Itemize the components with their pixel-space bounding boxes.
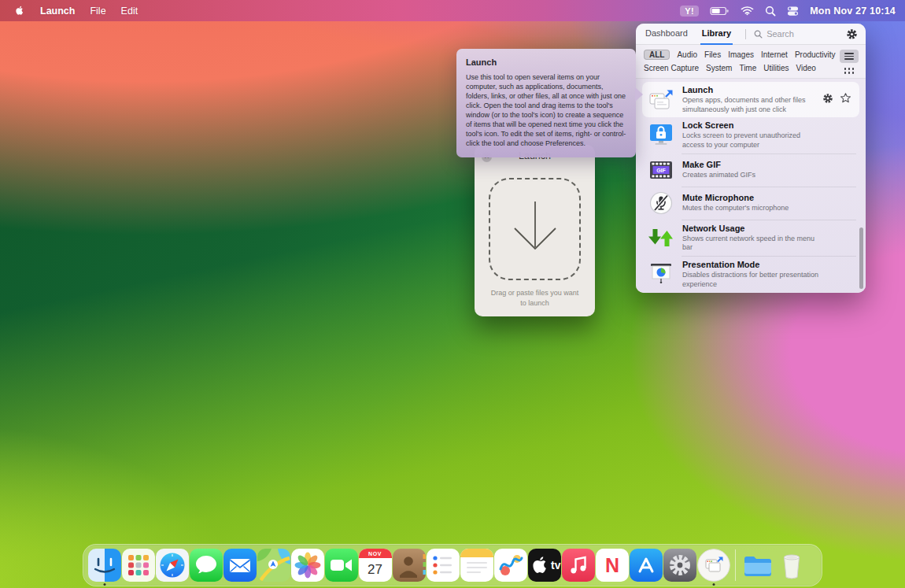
grid-view-button[interactable] [840,66,859,76]
gear-icon [846,28,858,40]
system-settings-icon [663,549,696,582]
panel-scrollbar[interactable] [859,227,863,289]
tooltip-body: Use this tool to open several items on y… [466,72,626,148]
file-dropzone[interactable] [489,178,581,280]
dock-item-messages[interactable] [189,544,223,586]
app-store-icon [630,549,663,582]
dock: NOV 27 tv N [83,544,822,586]
down-arrow-icon [507,197,563,261]
tool-name: Presentation Mode [682,260,855,269]
tool-description: Mutes the computer's microphone [682,204,822,213]
tool-name: Network Usage [682,224,855,233]
apple-tv-icon: tv [528,549,561,582]
dock-item-app-store[interactable] [629,544,663,586]
tab-library[interactable]: Library [700,24,733,45]
dock-item-downloads-folder[interactable] [741,544,774,586]
dock-item-mail[interactable] [223,544,257,586]
tool-favorite-button[interactable] [840,92,851,107]
tool-description: Creates animated GIFs [682,171,822,180]
apple-menu-icon[interactable] [13,4,25,17]
control-center-icon[interactable] [787,6,799,17]
tool-row-lock-screen[interactable]: Lock Screen Locks screen to prevent unau… [642,117,859,153]
news-icon: N [596,549,629,582]
search-input[interactable]: Search [754,29,846,39]
app-menu-edit[interactable]: Edit [121,6,139,17]
toolbox-panel: Dashboard Library Search ALL Audio Files… [636,24,866,293]
presentation-mode-icon [647,262,675,287]
tool-settings-button[interactable] [822,93,833,107]
menu-bar-clock[interactable]: Mon Nov 27 10:14 [810,6,896,17]
dock-item-facetime[interactable] [324,544,358,586]
app-menu-file[interactable]: File [90,6,105,17]
dock-item-parallels-launch[interactable] [696,544,730,586]
tool-row-launch[interactable]: Launch Opens apps, documents and other f… [642,82,859,117]
filter-audio[interactable]: Audio [677,50,697,59]
filter-files[interactable]: Files [704,50,721,59]
dock-item-safari[interactable] [155,544,189,586]
dock-item-system-settings[interactable] [663,544,696,586]
filter-system[interactable]: System [706,64,732,72]
calendar-month: NOV [359,549,392,558]
dock-item-photos[interactable] [290,544,324,586]
make-gif-icon: GIF [647,157,675,183]
tool-name: Launch [682,85,815,94]
settings-gear-button[interactable] [846,28,858,40]
dock-divider [735,549,736,581]
panel-footer: Parallels [636,293,866,294]
app-menu-launch[interactable]: Launch [40,6,75,17]
dock-item-finder[interactable] [87,544,121,586]
svg-text:GIF: GIF [656,168,666,173]
filter-screen-capture[interactable]: Screen Capture [644,64,699,72]
tool-description: Opens apps, documents and other files si… [682,96,815,114]
dock-item-launchpad[interactable] [121,544,155,586]
dock-item-music[interactable] [561,544,595,586]
input-source-badge[interactable]: Y! [680,6,699,17]
running-indicator [712,583,715,586]
tool-name: Mute Microphone [682,193,855,202]
dock-item-contacts[interactable] [392,544,426,586]
gear-icon [822,93,833,104]
tool-row-network-usage[interactable]: Network Usage Shows current network spee… [642,220,859,256]
panel-header: Dashboard Library Search [636,24,866,45]
network-usage-icon [647,225,675,250]
tool-list: Launch Opens apps, documents and other f… [636,79,866,293]
dock-item-notes[interactable] [460,544,493,586]
wifi-icon[interactable] [741,6,754,16]
apple-tv-label: tv [551,559,560,571]
filter-time[interactable]: Time [739,64,756,72]
filter-productivity[interactable]: Productivity [795,50,836,59]
freeform-icon [494,549,527,582]
safari-icon [156,549,189,582]
dropzone-hint: Drag or paste files you want to launch [475,288,595,309]
tab-dashboard[interactable]: Dashboard [644,24,689,45]
filter-video[interactable]: Video [796,64,815,72]
filter-images[interactable]: Images [728,50,754,59]
header-divider [745,29,746,39]
dock-item-apple-tv[interactable]: tv [527,544,561,586]
tool-row-presentation-mode[interactable]: Presentation Mode Disables distractions … [642,257,859,292]
mute-microphone-icon [647,190,675,216]
lock-screen-icon [647,123,675,148]
dock-item-news[interactable]: N [595,544,629,586]
filter-internet[interactable]: Internet [761,50,788,59]
tooltip-arrow [635,87,643,102]
dock-item-freeform[interactable] [493,544,527,586]
dock-item-trash[interactable] [774,544,808,586]
filter-utilities[interactable]: Utilities [763,64,789,72]
svg-text:N: N [604,554,619,576]
tool-row-mute-microphone[interactable]: Mute Microphone Mutes the computer's mic… [642,187,859,220]
filter-all[interactable]: ALL [644,50,670,60]
dock-item-reminders[interactable] [426,544,460,586]
dock-item-maps[interactable] [257,544,290,586]
battery-icon[interactable] [710,6,730,17]
list-view-button[interactable] [840,50,859,63]
dock-item-calendar[interactable]: NOV 27 [358,544,392,586]
reminders-icon [427,549,460,582]
tool-row-make-gif[interactable]: GIF Make GIF Creates animated GIFs [642,154,859,187]
running-indicator [103,583,105,586]
search-icon[interactable] [765,6,776,17]
parallels-launch-icon [697,549,730,582]
mail-icon [223,549,257,582]
launch-tool-icon [647,87,675,113]
messages-icon [190,549,223,582]
